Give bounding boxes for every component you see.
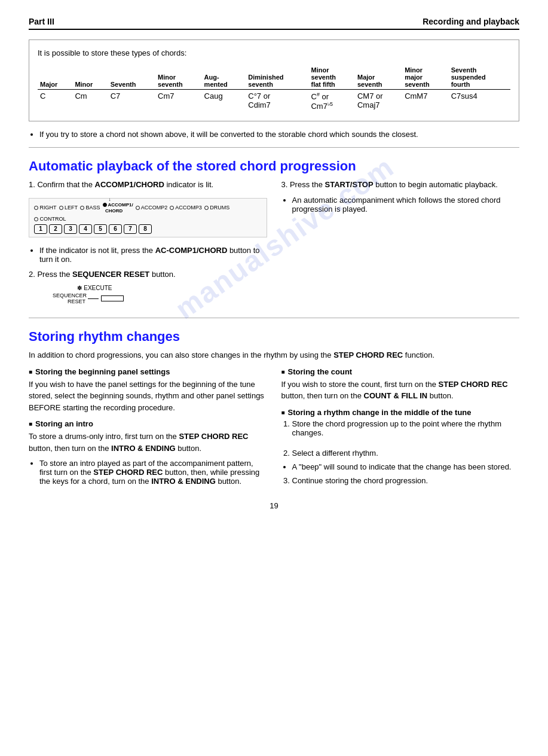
- cell-cmaj7: CM7 orCmaj7: [355, 89, 402, 112]
- storing-count-subhead: Storing the count: [281, 367, 520, 376]
- storing-subhead-1: Storing the beginning panel settings: [29, 367, 267, 376]
- automatic-heading: Automatic playback of the stored chord p…: [29, 158, 519, 174]
- cell-cdim: C°7 orCdim7: [246, 89, 308, 112]
- storing-section: Storing rhythm changes In addition to ch…: [29, 329, 519, 490]
- automatic-content: 1. Confirm that the ACCOMP1/CHORD indica…: [29, 179, 519, 309]
- seq-box: [101, 295, 124, 301]
- rhythm-bullet-1: A "beep" will sound to indicate that the…: [292, 462, 520, 471]
- bullet-accomp: If the indicator is not lit, press the A…: [39, 246, 267, 264]
- ind-btn-7[interactable]: 7: [124, 224, 137, 234]
- storing-subhead-2: Storing an intro: [29, 419, 267, 428]
- ind-btn-2[interactable]: 2: [49, 224, 62, 234]
- seq-row: SEQUENCERRESET: [53, 292, 267, 304]
- cell-cm: Cm: [72, 89, 108, 112]
- storing-heading: Storing rhythm changes: [29, 329, 519, 345]
- storing-intro: In addition to chord progressions, you c…: [29, 349, 519, 361]
- automatic-right: 3. Press the START/STOP button to begin …: [281, 179, 520, 309]
- col-minor-major-seventh: Minormajorseventh: [402, 65, 449, 90]
- storing-count-text: If you wish to store the count, first tu…: [281, 379, 520, 402]
- storing-cols: Storing the beginning panel settings If …: [29, 367, 519, 491]
- storing-intro-bullet1: To store an intro played as part of the …: [39, 459, 267, 486]
- col-minor: Minor: [72, 65, 108, 90]
- col-minor-flat-fifth: Minorseventhflat fifth: [308, 65, 355, 90]
- rhythm-step-1: Store the chord progression up to the po…: [292, 419, 520, 437]
- col-major-seventh: Majorseventh: [355, 65, 402, 90]
- storing-intro-text: To store a drums-only intro, first turn …: [29, 431, 267, 454]
- step1-text: 1. Confirm that the ACCOMP1/CHORD indica…: [29, 179, 267, 191]
- chord-box-intro: It is possible to store these types of c…: [38, 47, 510, 59]
- storing-rhythm-subhead: Storing a rhythm change in the middle of…: [281, 408, 520, 417]
- cell-c7sus4: C7sus4: [449, 89, 510, 112]
- storing-intro-bullets: To store an intro played as part of the …: [39, 459, 267, 486]
- storing-right: Storing the count If you wish to store t…: [281, 367, 520, 491]
- chord-table: Major Minor Seventh Minorseventh Aug-men…: [38, 65, 510, 113]
- rhythm-step-3: Continue storing the chord progression.: [292, 476, 520, 485]
- indicator-diagram: RIGHT LEFT BASS ACCOMP1/ CHORD ↓ ACCOMP2…: [29, 198, 267, 237]
- col-minor-seventh: Minorseventh: [155, 65, 202, 90]
- col-diminished: Diminishedseventh: [246, 65, 308, 90]
- header-right: Recording and playback: [423, 17, 519, 26]
- col-aug: Aug-mented: [202, 65, 246, 90]
- step2-text: 2. Press the SEQUENCER RESET button.: [29, 269, 267, 281]
- ind-btn-1[interactable]: 1: [34, 224, 47, 234]
- sequencer-diagram: ✽ EXECUTE SEQUENCERRESET: [53, 285, 267, 304]
- storing-left: Storing the beginning panel settings If …: [29, 367, 267, 491]
- ind-btn-5[interactable]: 5: [94, 224, 107, 234]
- rhythm-bullets: A "beep" will sound to indicate that the…: [292, 462, 520, 471]
- col-seventh: Seventh: [108, 65, 155, 90]
- chord-table-box: It is possible to store these types of c…: [29, 39, 519, 121]
- storing-panel-text: If you wish to have the panel settings f…: [29, 379, 267, 414]
- chord-note-item: If you try to store a chord not shown ab…: [39, 130, 519, 139]
- ind-btn-3[interactable]: 3: [64, 224, 77, 234]
- page: manualshive.com Part III Recording and p…: [0, 0, 548, 756]
- cell-c: C: [38, 89, 72, 112]
- ind-btn-8[interactable]: 8: [139, 224, 152, 234]
- table-row: C Cm C7 Cm7 Caug C°7 orCdim7 C# orCm7♭5 …: [38, 89, 510, 112]
- cell-cm7: Cm7: [155, 89, 202, 112]
- execute-label: ✽ EXECUTE: [66, 285, 267, 291]
- divider-1: [29, 147, 519, 148]
- divider-2: [29, 318, 519, 318]
- automatic-bullets-left: If the indicator is not lit, press the A…: [39, 246, 267, 264]
- ind-btn-4[interactable]: 4: [79, 224, 92, 234]
- cell-cm7b5: C# orCm7♭5: [308, 89, 355, 112]
- storing-rhythm-steps: Store the chord progression up to the po…: [292, 419, 520, 437]
- page-number: 19: [29, 501, 519, 510]
- cell-cmm7: CmM7: [402, 89, 449, 112]
- page-header: Part III Recording and playback: [29, 17, 519, 30]
- seq-reset-label: SEQUENCERRESET: [53, 292, 85, 304]
- ind-btn-6[interactable]: 6: [109, 224, 122, 234]
- automatic-bullets-right: An automatic accompaniment which follows…: [292, 196, 520, 214]
- col-seventh-sus: Seventhsuspendedfourth: [449, 65, 510, 90]
- storing-rhythm-steps-3: Continue storing the chord progression.: [292, 476, 520, 485]
- chord-note-list: If you try to store a chord not shown ab…: [39, 130, 519, 139]
- cell-c7: C7: [108, 89, 155, 112]
- automatic-left: 1. Confirm that the ACCOMP1/CHORD indica…: [29, 179, 267, 309]
- col-major: Major: [38, 65, 72, 90]
- cell-caug: Caug: [202, 89, 246, 112]
- rhythm-step-2: Select a different rhythm.: [292, 449, 520, 458]
- step3-text: 3. Press the START/STOP button to begin …: [281, 179, 520, 191]
- storing-rhythm-steps-2: Select a different rhythm.: [292, 449, 520, 458]
- bullet-auto-accomp: An automatic accompaniment which follows…: [292, 196, 520, 214]
- header-left: Part III: [29, 17, 54, 26]
